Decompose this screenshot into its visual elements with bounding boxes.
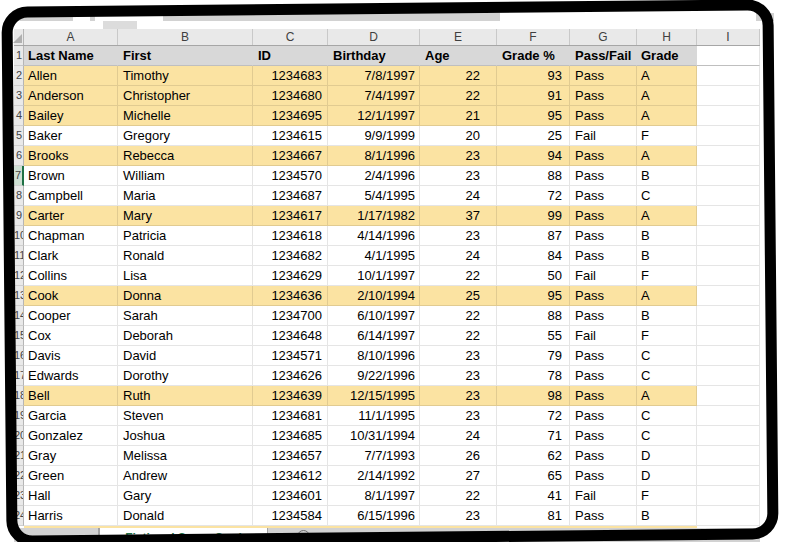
- cell-E16[interactable]: 23: [420, 346, 497, 366]
- cell-E10[interactable]: 23: [420, 226, 497, 246]
- header-cell-C1[interactable]: ID: [253, 46, 328, 66]
- cell-H5[interactable]: F: [637, 126, 697, 146]
- cell-I16[interactable]: [697, 346, 760, 366]
- cell-F2[interactable]: 93: [497, 66, 570, 86]
- column-header-D[interactable]: D: [328, 29, 420, 45]
- cell-B9[interactable]: Mary: [118, 206, 253, 226]
- cell-E14[interactable]: 22: [420, 306, 497, 326]
- header-cell-A1[interactable]: Last Name: [24, 46, 118, 66]
- cell-A21[interactable]: Gray: [24, 446, 118, 466]
- cell-H10[interactable]: B: [637, 226, 697, 246]
- cell-G11[interactable]: Pass: [570, 246, 637, 266]
- cell-A10[interactable]: Chapman: [24, 226, 118, 246]
- cell-G8[interactable]: Pass: [570, 186, 637, 206]
- cell-C14[interactable]: 1234700: [253, 306, 328, 326]
- column-header-C[interactable]: C: [253, 29, 328, 45]
- cell-G13[interactable]: Pass: [570, 286, 637, 306]
- cell-A19[interactable]: Garcia: [24, 406, 118, 426]
- cell-I12[interactable]: [697, 266, 760, 286]
- cell-C7[interactable]: 1234570: [253, 166, 328, 186]
- column-header-G[interactable]: G: [570, 29, 637, 45]
- cell-G7[interactable]: Pass: [570, 166, 637, 186]
- cell-F20[interactable]: 71: [497, 426, 570, 446]
- cell-F15[interactable]: 55: [497, 326, 570, 346]
- row-header-1[interactable]: 1: [14, 46, 24, 66]
- row-header-4[interactable]: 4: [14, 106, 24, 126]
- cell-F8[interactable]: 72: [497, 186, 570, 206]
- cell-C23[interactable]: 1234601: [253, 486, 328, 506]
- cell-H8[interactable]: C: [637, 186, 697, 206]
- cell-B18[interactable]: Ruth: [118, 386, 253, 406]
- cell-D14[interactable]: 6/10/1997: [328, 306, 420, 326]
- cell-G4[interactable]: Pass: [570, 106, 637, 126]
- cell-G2[interactable]: Pass: [570, 66, 637, 86]
- row-header-14[interactable]: 14: [14, 306, 24, 326]
- cell-D24[interactable]: 6/15/1996: [328, 506, 420, 526]
- cell-C6[interactable]: 1234667: [253, 146, 328, 166]
- cell-B4[interactable]: Michelle: [118, 106, 253, 126]
- cell-D8[interactable]: 5/4/1995: [328, 186, 420, 206]
- cell-F17[interactable]: 78: [497, 366, 570, 386]
- cell-A2[interactable]: Allen: [24, 66, 118, 86]
- cell-E12[interactable]: 22: [420, 266, 497, 286]
- cell-B21[interactable]: Melissa: [118, 446, 253, 466]
- cell-B5[interactable]: Gregory: [118, 126, 253, 146]
- cell-E21[interactable]: 26: [420, 446, 497, 466]
- cell-B16[interactable]: David: [118, 346, 253, 366]
- cell-B20[interactable]: Joshua: [118, 426, 253, 446]
- cell-I1[interactable]: [697, 46, 760, 66]
- cell-F3[interactable]: 91: [497, 86, 570, 106]
- cell-A16[interactable]: Davis: [24, 346, 118, 366]
- cell-B3[interactable]: Christopher: [118, 86, 253, 106]
- cell-I21[interactable]: [697, 446, 760, 466]
- cell-A17[interactable]: Edwards: [24, 366, 118, 386]
- column-header-F[interactable]: F: [497, 29, 570, 45]
- cell-A24[interactable]: Harris: [24, 506, 118, 526]
- cell-B19[interactable]: Steven: [118, 406, 253, 426]
- cell-E22[interactable]: 27: [420, 466, 497, 486]
- column-header-A[interactable]: A: [24, 29, 118, 45]
- cell-C9[interactable]: 1234617: [253, 206, 328, 226]
- cell-H3[interactable]: A: [637, 86, 697, 106]
- cell-C5[interactable]: 1234615: [253, 126, 328, 146]
- cell-H22[interactable]: D: [637, 466, 697, 486]
- cell-I15[interactable]: [697, 326, 760, 346]
- cell-B12[interactable]: Lisa: [118, 266, 253, 286]
- cell-C12[interactable]: 1234629: [253, 266, 328, 286]
- cell-F21[interactable]: 62: [497, 446, 570, 466]
- cell-C19[interactable]: 1234681: [253, 406, 328, 426]
- cell-D15[interactable]: 6/14/1997: [328, 326, 420, 346]
- cell-D16[interactable]: 8/10/1996: [328, 346, 420, 366]
- cell-I20[interactable]: [697, 426, 760, 446]
- header-cell-E1[interactable]: Age: [420, 46, 497, 66]
- cell-E24[interactable]: 23: [420, 506, 497, 526]
- cell-C20[interactable]: 1234685: [253, 426, 328, 446]
- cell-C4[interactable]: 1234695: [253, 106, 328, 126]
- cell-G5[interactable]: Fail: [570, 126, 637, 146]
- cell-A18[interactable]: Bell: [24, 386, 118, 406]
- cell-C18[interactable]: 1234639: [253, 386, 328, 406]
- row-header-24[interactable]: 24: [14, 506, 24, 526]
- cell-H20[interactable]: C: [637, 426, 697, 446]
- cell-B8[interactable]: Maria: [118, 186, 253, 206]
- cell-E20[interactable]: 24: [420, 426, 497, 446]
- cell-B14[interactable]: Sarah: [118, 306, 253, 326]
- cell-H11[interactable]: B: [637, 246, 697, 266]
- cell-A13[interactable]: Cook: [24, 286, 118, 306]
- header-cell-B1[interactable]: First: [118, 46, 253, 66]
- cell-H21[interactable]: D: [637, 446, 697, 466]
- row-header-10[interactable]: 10: [14, 226, 24, 246]
- cell-C3[interactable]: 1234680: [253, 86, 328, 106]
- cell-E19[interactable]: 23: [420, 406, 497, 426]
- cell-H12[interactable]: F: [637, 266, 697, 286]
- cell-F5[interactable]: 25: [497, 126, 570, 146]
- cell-H19[interactable]: C: [637, 406, 697, 426]
- cell-B15[interactable]: Deborah: [118, 326, 253, 346]
- cell-G10[interactable]: Pass: [570, 226, 637, 246]
- header-cell-G1[interactable]: Pass/Fail: [570, 46, 637, 66]
- select-all-corner[interactable]: [14, 29, 24, 45]
- header-cell-H1[interactable]: Grade: [637, 46, 697, 66]
- cell-A11[interactable]: Clark: [24, 246, 118, 266]
- cell-G18[interactable]: Pass: [570, 386, 637, 406]
- cell-F4[interactable]: 95: [497, 106, 570, 126]
